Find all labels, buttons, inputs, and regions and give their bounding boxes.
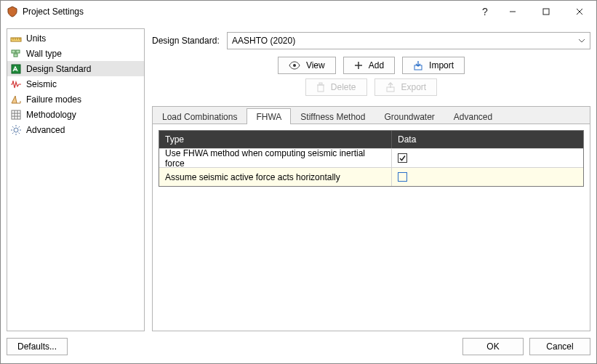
sidebar-item-failure-modes[interactable]: Failure modes xyxy=(7,92,144,107)
sidebar-item-methodology[interactable]: Methodology xyxy=(7,107,144,122)
ruler-icon xyxy=(10,33,22,44)
sidebar-item-label: Methodology xyxy=(26,110,76,120)
sidebar-item-wall-type[interactable]: Wall type xyxy=(7,46,144,61)
button-label: Delete xyxy=(331,82,356,92)
close-button[interactable] xyxy=(563,1,596,23)
svg-rect-1 xyxy=(543,9,549,15)
trash-icon xyxy=(316,82,325,92)
tab-label: Stiffness Method xyxy=(300,112,365,122)
view-button[interactable]: View xyxy=(278,57,336,74)
tab-groundwater[interactable]: Groundwater xyxy=(374,108,444,124)
delete-button: Delete xyxy=(305,78,367,96)
tab-label: Groundwater xyxy=(384,112,434,122)
tab-stiffness-method[interactable]: Stiffness Method xyxy=(291,108,374,124)
button-label: Import xyxy=(429,60,454,70)
gear-icon xyxy=(10,124,22,136)
sidebar-item-advanced[interactable]: Advanced xyxy=(7,122,144,137)
button-label: Cancel xyxy=(546,341,573,352)
tab-label: Advanced xyxy=(454,112,492,122)
svg-rect-11 xyxy=(14,54,17,57)
col-header-type: Type xyxy=(159,131,392,148)
button-label: OK xyxy=(486,341,499,352)
svg-line-23 xyxy=(12,126,14,128)
sidebar-item-design-standard[interactable]: Design Standard xyxy=(7,61,144,76)
wall-icon xyxy=(10,48,22,60)
row-type: Use FHWA method when computing seismic i… xyxy=(159,149,392,167)
button-label: Add xyxy=(369,60,384,70)
sidebar-item-label: Units xyxy=(26,33,46,44)
button-label: Export xyxy=(401,82,427,92)
svg-point-27 xyxy=(293,64,296,67)
svg-line-25 xyxy=(19,126,20,128)
plus-icon xyxy=(354,61,363,70)
svg-rect-10 xyxy=(16,50,20,53)
svg-line-24 xyxy=(19,132,20,134)
sidebar-item-label: Seismic xyxy=(26,79,57,89)
tab-advanced[interactable]: Advanced xyxy=(444,108,502,124)
maximize-button[interactable] xyxy=(529,1,563,23)
design-standard-label: Design Standard: xyxy=(152,36,221,46)
svg-rect-32 xyxy=(318,85,324,92)
failure-icon xyxy=(10,94,22,105)
row-type: Assume seismic active force acts horizon… xyxy=(159,168,392,186)
row-checkbox[interactable] xyxy=(398,153,407,163)
design-standard-value: AASHTO (2020) xyxy=(232,36,295,46)
add-button[interactable]: Add xyxy=(343,57,395,74)
button-label: Defaults... xyxy=(17,341,57,352)
sidebar-item-label: Design Standard xyxy=(26,64,91,74)
sidebar-item-label: Wall type xyxy=(26,49,62,59)
sidebar-item-units[interactable]: Units xyxy=(7,31,144,46)
chevron-down-icon xyxy=(578,39,585,43)
tab-load-combinations[interactable]: Load Combinations xyxy=(153,108,247,124)
minimize-button[interactable] xyxy=(496,1,529,23)
svg-rect-9 xyxy=(12,50,15,53)
fhwa-grid: Type Data Use FHWA method when computing… xyxy=(159,130,584,187)
settings-sidebar: Units Wall type Design Standard Seismic … xyxy=(7,28,145,331)
tab-label: FHWA xyxy=(256,112,281,122)
app-icon xyxy=(7,6,18,17)
help-button[interactable]: ? xyxy=(474,1,496,23)
col-header-data: Data xyxy=(392,131,583,148)
tabstrip: Load Combinations FHWA Stiffness Method … xyxy=(153,107,590,124)
standard-icon xyxy=(10,63,22,75)
import-button[interactable]: Import xyxy=(402,57,465,74)
window-title: Project Settings xyxy=(23,7,84,17)
sidebar-item-label: Failure modes xyxy=(26,94,81,105)
eye-icon xyxy=(289,61,300,70)
svg-rect-13 xyxy=(12,110,20,119)
table-row: Assume seismic active force acts horizon… xyxy=(159,167,583,186)
row-checkbox[interactable] xyxy=(398,172,407,182)
sidebar-item-label: Advanced xyxy=(26,125,65,135)
import-icon xyxy=(413,60,423,70)
tab-fhwa[interactable]: FHWA xyxy=(247,108,291,124)
svg-point-18 xyxy=(14,128,18,132)
export-icon xyxy=(385,82,396,92)
table-row: Use FHWA method when computing seismic i… xyxy=(159,148,583,167)
export-button: Export xyxy=(374,78,438,96)
button-label: View xyxy=(306,60,325,70)
methodology-icon xyxy=(10,109,22,121)
ok-button[interactable]: OK xyxy=(462,338,524,355)
sidebar-item-seismic[interactable]: Seismic xyxy=(7,76,144,92)
cancel-button[interactable]: Cancel xyxy=(529,338,590,355)
defaults-button[interactable]: Defaults... xyxy=(7,338,68,355)
design-standard-combo[interactable]: AASHTO (2020) xyxy=(227,32,590,49)
svg-rect-34 xyxy=(319,83,322,84)
seismic-icon xyxy=(10,78,22,90)
tab-label: Load Combinations xyxy=(162,112,237,122)
svg-line-26 xyxy=(12,132,14,134)
